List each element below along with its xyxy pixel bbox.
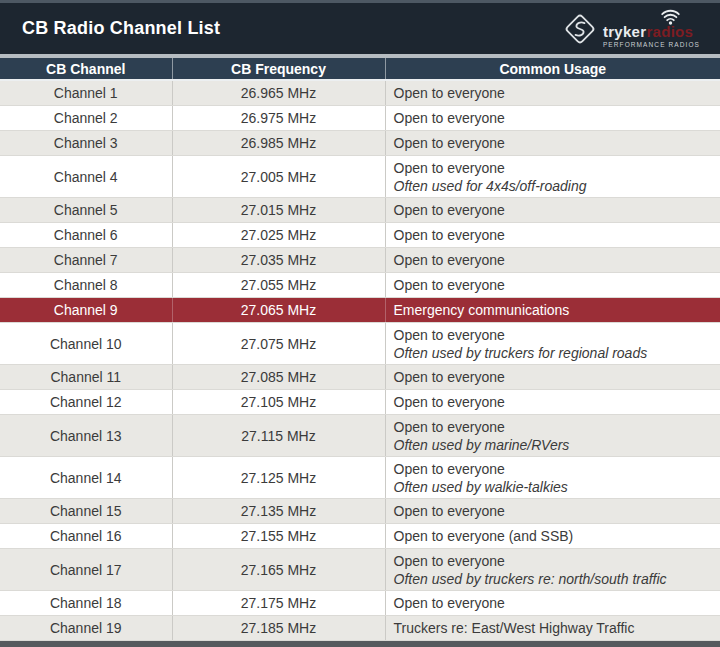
frequency-label: 27.015 MHz [241, 202, 316, 218]
usage-text: Open to everyone [394, 226, 713, 245]
usage-note: Often used for 4x4s/off-roading [394, 178, 713, 195]
usage-note: Often used by truckers re: north/south t… [394, 571, 713, 588]
frequency-cell: 27.075 MHz [172, 323, 385, 365]
usage-text: Open to everyone [394, 326, 713, 345]
frequency-cell: 26.985 MHz [172, 131, 385, 156]
table-row: Channel 11 27.085 MHz Open to everyone [0, 365, 720, 390]
usage-text: Open to everyone [394, 368, 713, 387]
table-row: Channel 19 27.185 MHz Truckers re: East/… [0, 616, 720, 641]
channel-label: Channel 6 [54, 227, 118, 243]
usage-text: Emergency communications [394, 301, 713, 320]
channel-cell: Channel 13 [0, 415, 172, 457]
usage-cell: Open to everyone [385, 365, 720, 390]
usage-cell: Open to everyone [385, 223, 720, 248]
table-row: Channel 2 26.975 MHz Open to everyone [0, 106, 720, 131]
brand-secondary: radios [646, 23, 693, 40]
brand-primary: tryker [603, 23, 647, 40]
col-header-frequency: CB Frequency [172, 58, 385, 80]
channel-label: Channel 4 [54, 169, 118, 185]
frequency-cell: 27.015 MHz [172, 198, 385, 223]
frequency-label: 27.185 MHz [241, 620, 316, 636]
table-body: Channel 1 26.965 MHz Open to everyone Ch… [0, 80, 720, 641]
frequency-label: 27.135 MHz [241, 503, 316, 519]
usage-text: Truckers re: East/West Highway Traffic [394, 619, 713, 638]
table-row: Channel 1 26.965 MHz Open to everyone [0, 80, 720, 106]
frequency-cell: 27.085 MHz [172, 365, 385, 390]
channel-label: Channel 1 [54, 85, 118, 101]
channel-table: CB Channel CB Frequency Common Usage Cha… [0, 58, 720, 641]
table-row: Channel 7 27.035 MHz Open to everyone [0, 248, 720, 273]
channel-cell: Channel 3 [0, 131, 172, 156]
frequency-cell: 27.055 MHz [172, 273, 385, 298]
frequency-cell: 27.125 MHz [172, 457, 385, 499]
channel-label: Channel 16 [50, 528, 122, 544]
frequency-cell: 27.175 MHz [172, 591, 385, 616]
usage-cell: Open to everyone [385, 198, 720, 223]
frequency-cell: 27.155 MHz [172, 524, 385, 549]
table-row: Channel 17 27.165 MHz Open to everyone O… [0, 549, 720, 591]
bottom-strip [0, 641, 720, 647]
channel-cell: Channel 5 [0, 198, 172, 223]
table-row: Channel 6 27.025 MHz Open to everyone [0, 223, 720, 248]
frequency-cell: 27.025 MHz [172, 223, 385, 248]
frequency-label: 27.165 MHz [241, 562, 316, 578]
usage-text: Open to everyone [394, 502, 713, 521]
channel-label: Channel 19 [50, 620, 122, 636]
usage-text: Open to everyone [394, 418, 713, 437]
channel-label: Channel 9 [54, 302, 118, 318]
channel-label: Channel 15 [50, 503, 122, 519]
usage-cell: Open to everyone [385, 499, 720, 524]
channel-label: Channel 18 [50, 595, 122, 611]
frequency-label: 27.025 MHz [241, 227, 316, 243]
usage-cell: Open to everyone (and SSB) [385, 524, 720, 549]
table-row: Channel 10 27.075 MHz Open to everyone O… [0, 323, 720, 365]
usage-text: Open to everyone (and SSB) [394, 527, 713, 546]
logo-diamond-icon [562, 11, 598, 47]
table-row: Channel 12 27.105 MHz Open to everyone [0, 390, 720, 415]
frequency-label: 27.005 MHz [241, 169, 316, 185]
usage-text: Open to everyone [394, 134, 713, 153]
channel-label: Channel 12 [50, 394, 122, 410]
channel-label: Channel 10 [50, 336, 122, 352]
frequency-label: 27.115 MHz [241, 428, 315, 444]
usage-cell: Open to everyone [385, 131, 720, 156]
channel-cell: Channel 14 [0, 457, 172, 499]
frequency-label: 27.075 MHz [241, 336, 316, 352]
table-row: Channel 13 27.115 MHz Open to everyone O… [0, 415, 720, 457]
channel-label: Channel 5 [54, 202, 118, 218]
channel-cell: Channel 16 [0, 524, 172, 549]
frequency-cell: 26.965 MHz [172, 80, 385, 106]
brand-tagline: PERFORMANCE RADIOS [603, 41, 700, 48]
table-row: Channel 9 27.065 MHz Emergency communica… [0, 298, 720, 323]
channel-label: Channel 17 [50, 562, 122, 578]
usage-cell: Open to everyone [385, 248, 720, 273]
channel-label: Channel 3 [54, 135, 118, 151]
channel-cell: Channel 18 [0, 591, 172, 616]
usage-note: Often used by marine/RVers [394, 437, 713, 454]
table-row: Channel 16 27.155 MHz Open to everyone (… [0, 524, 720, 549]
usage-text: Open to everyone [394, 159, 713, 178]
table-row: Channel 5 27.015 MHz Open to everyone [0, 198, 720, 223]
usage-text: Open to everyone [394, 201, 713, 220]
channel-cell: Channel 19 [0, 616, 172, 641]
frequency-cell: 27.105 MHz [172, 390, 385, 415]
channel-label: Channel 11 [50, 369, 121, 385]
frequency-label: 26.985 MHz [241, 135, 316, 151]
usage-cell: Open to everyone Often used by truckers … [385, 323, 720, 365]
usage-cell: Open to everyone [385, 390, 720, 415]
channel-cell: Channel 15 [0, 499, 172, 524]
usage-note: Often used by truckers for regional road… [394, 345, 713, 362]
frequency-cell: 27.165 MHz [172, 549, 385, 591]
usage-text: Open to everyone [394, 460, 713, 479]
usage-cell: Open to everyone [385, 80, 720, 106]
usage-cell: Open to everyone Often used for 4x4s/off… [385, 156, 720, 198]
page-title: CB Radio Channel List [22, 18, 220, 39]
channel-cell: Channel 8 [0, 273, 172, 298]
page-root: CB Radio Channel List trykerradios [0, 0, 720, 647]
usage-cell: Open to everyone Often used by walkie-ta… [385, 457, 720, 499]
channel-label: Channel 13 [50, 428, 122, 444]
usage-text: Open to everyone [394, 552, 713, 571]
table-row: Channel 14 27.125 MHz Open to everyone O… [0, 457, 720, 499]
logo-signal-icon [660, 9, 681, 25]
table-row: Channel 8 27.055 MHz Open to everyone [0, 273, 720, 298]
